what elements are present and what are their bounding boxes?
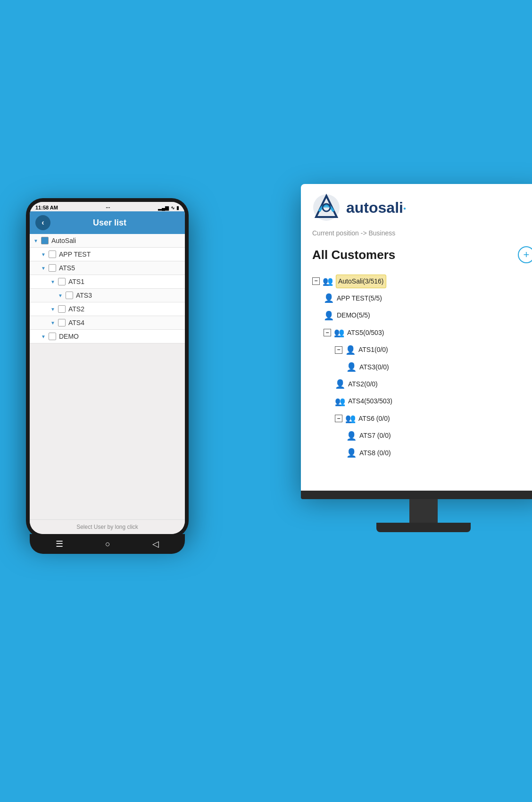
tree-arrow-ats4: ▼ (50, 320, 56, 326)
tree-arrow-ats5: ▼ (41, 266, 47, 271)
phone-screen: 11:58 AM ··· ▂▄▆ ∿ ▮ ‹ User list ▼ (30, 202, 185, 534)
screen-title: User list (55, 218, 164, 228)
c-row-ats3[interactable]: 👤 ATS3(0/0) (312, 359, 532, 376)
nav-home-icon[interactable]: ○ (105, 539, 110, 549)
tree-arrow-ats1: ▼ (50, 279, 56, 284)
tree-arrow-autosali: ▼ (33, 238, 39, 243)
tree-arrow-ats3: ▼ (58, 293, 64, 298)
phone-footer: Select User by long click (30, 519, 185, 534)
tree-label-ats4: ATS4 (68, 319, 84, 326)
add-icon: + (524, 249, 530, 261)
monitor-bezel (301, 491, 532, 499)
user-tree-list: ▼ AutoSali ▼ APP TEST ▼ ATS5 (30, 234, 185, 519)
toggle-ats6[interactable]: − (335, 415, 342, 422)
phone-app-header: ‹ User list (30, 211, 185, 234)
tree-arrow-app-test: ▼ (41, 252, 47, 257)
footer-hint: Select User by long click (76, 524, 138, 530)
person-icon-ats1: 👤 (345, 343, 356, 358)
phone-status-bar: 11:58 AM ··· ▂▄▆ ∿ ▮ (30, 202, 185, 211)
status-icons: ▂▄▆ ∿ ▮ (158, 205, 179, 210)
monitor-stand-base (376, 523, 471, 532)
wifi-icon: ∿ (171, 205, 175, 210)
tree-item-ats4[interactable]: ▼ ATS4 (30, 316, 185, 330)
tree-item-ats1[interactable]: ▼ ATS1 (30, 275, 185, 289)
group-icon-ats5: 👥 (334, 325, 344, 340)
tree-label-ats1: ATS1 (68, 278, 84, 285)
person-icon-ats8: 👤 (346, 445, 357, 460)
nav-menu-icon[interactable]: ☰ (56, 539, 63, 549)
checkbox-app-test[interactable] (49, 251, 56, 258)
status-time: 11:58 AM (35, 205, 58, 210)
c-label-demo: DEMO(5/5) (337, 309, 370, 321)
tree-label-autosali: AutoSali (51, 237, 76, 244)
add-customer-button[interactable]: + (518, 246, 532, 263)
tree-label-ats3: ATS3 (76, 292, 92, 299)
checkbox-ats2[interactable] (58, 305, 66, 313)
monitor-device: autosali● Current position -> Business A… (301, 184, 532, 532)
monitor-screen: autosali● Current position -> Business A… (301, 184, 532, 491)
phone-body: 11:58 AM ··· ▂▄▆ ∿ ▮ ‹ User list ▼ (26, 198, 189, 538)
tree-item-ats3[interactable]: ▼ ATS3 (30, 289, 185, 302)
c-label-ats5: ATS5(0/503) (347, 327, 384, 339)
monitor-content-area: autosali● Current position -> Business A… (301, 184, 532, 471)
phone-device: 11:58 AM ··· ▂▄▆ ∿ ▮ ‹ User list ▼ (26, 198, 189, 538)
person-icon-ats3: 👤 (346, 359, 357, 375)
c-row-ats5[interactable]: − 👥 ATS5(0/503) (312, 324, 532, 341)
tree-label-ats2: ATS2 (68, 305, 84, 313)
c-label-app-test: APP TEST(5/5) (337, 292, 382, 304)
c-row-ats2[interactable]: 👤 ATS2(0/0) (312, 376, 532, 393)
person-icon-ats2: 👤 (335, 376, 345, 392)
c-row-ats7[interactable]: 👤 ATS7 (0/0) (312, 427, 532, 444)
c-row-ats6[interactable]: − 👥 ATS6 (0/0) (312, 410, 532, 427)
phone-nav-bar: ☰ ○ ◁ (30, 534, 185, 554)
c-row-ats8[interactable]: 👤 ATS8 (0/0) (312, 444, 532, 461)
battery-icon: ▮ (176, 205, 179, 210)
nav-back-icon[interactable]: ◁ (152, 539, 159, 549)
toggle-autosali[interactable]: − (312, 277, 320, 285)
tree-item-ats2[interactable]: ▼ ATS2 (30, 302, 185, 316)
tree-item-ats5[interactable]: ▼ ATS5 (30, 261, 185, 275)
c-row-demo[interactable]: 👤 DEMO(5/5) (312, 307, 532, 324)
c-row-app-test[interactable]: 👤 APP TEST(5/5) (312, 290, 532, 307)
group-icon-ats4: 👥 (335, 394, 345, 409)
person-icon-demo: 👤 (324, 308, 334, 323)
group-icon-ats6: 👥 (345, 411, 356, 426)
checkbox-autosali[interactable] (41, 237, 49, 244)
tree-arrow-ats2: ▼ (50, 307, 56, 312)
tree-arrow-demo: ▼ (41, 334, 47, 339)
logo-dot: ● (403, 205, 406, 210)
customer-tree: − 👥 AutoSali(3/516) 👤 APP TEST(5/5) 👤 DE… (312, 273, 532, 461)
c-row-ats4[interactable]: 👥 ATS4(503/503) (312, 393, 532, 410)
c-label-ats4: ATS4(503/503) (348, 395, 392, 407)
c-label-autosali: AutoSali(3/516) (336, 275, 386, 288)
c-label-ats3: ATS3(0/0) (359, 361, 389, 373)
all-customers-header: All Customers + (312, 246, 532, 263)
checkbox-ats5[interactable] (49, 264, 56, 272)
tree-item-demo[interactable]: ▼ DEMO (30, 330, 185, 343)
tree-item-autosali[interactable]: ▼ AutoSali (30, 234, 185, 248)
checkbox-ats3[interactable] (66, 292, 73, 299)
tree-label-demo: DEMO (59, 333, 79, 340)
c-label-ats7: ATS7 (0/0) (359, 430, 391, 442)
logo-wordmark: autosali● (346, 199, 406, 217)
checkbox-demo[interactable] (49, 333, 56, 340)
logo-svg-icon (312, 193, 341, 222)
c-label-ats1: ATS1(0/0) (358, 344, 388, 356)
autosali-logo: autosali● (312, 193, 532, 222)
c-label-ats6: ATS6 (0/0) (358, 413, 390, 425)
tree-label-ats5: ATS5 (59, 264, 75, 272)
signal-icon: ▂▄▆ (158, 205, 169, 210)
monitor-stand-neck (409, 499, 438, 523)
checkbox-ats1[interactable] (58, 278, 66, 285)
c-row-autosali[interactable]: − 👥 AutoSali(3/516) (312, 273, 532, 290)
tree-item-app-test[interactable]: ▼ APP TEST (30, 248, 185, 261)
person-icon-app-test: 👤 (324, 291, 334, 306)
toggle-ats5[interactable]: − (324, 329, 331, 336)
tree-label-app-test: APP TEST (59, 251, 91, 258)
toggle-ats1[interactable]: − (335, 346, 342, 354)
checkbox-ats4[interactable] (58, 319, 66, 326)
back-button[interactable]: ‹ (35, 215, 50, 230)
c-label-ats8: ATS8 (0/0) (359, 447, 391, 459)
logo-text: autosali (346, 199, 403, 216)
c-row-ats1[interactable]: − 👤 ATS1(0/0) (312, 342, 532, 359)
